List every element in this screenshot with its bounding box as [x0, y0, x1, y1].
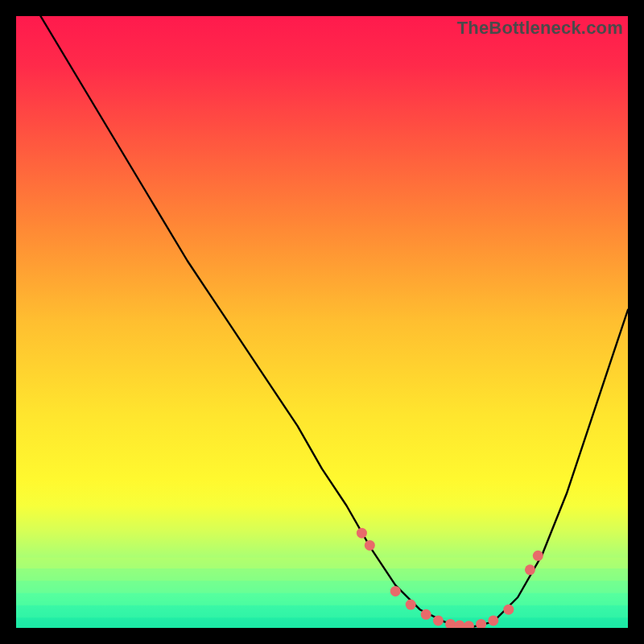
highlight-marker	[421, 609, 431, 620]
highlight-marker	[503, 605, 514, 615]
highlight-marker	[406, 600, 416, 610]
highlight-marker	[533, 551, 543, 561]
gradient-background	[16, 16, 628, 628]
green-band	[16, 570, 628, 581]
highlight-marker	[365, 540, 375, 551]
green-band	[16, 594, 628, 605]
chart-svg	[16, 16, 628, 628]
highlight-marker	[433, 615, 444, 625]
plot-area	[16, 16, 628, 628]
highlight-marker	[390, 586, 401, 597]
green-band	[16, 582, 628, 593]
highlight-marker	[488, 615, 498, 625]
green-band	[16, 619, 628, 628]
green-band	[16, 606, 628, 617]
highlight-marker	[525, 564, 535, 575]
highlight-marker	[357, 528, 367, 539]
chart-frame: TheBottleneck.com	[16, 16, 628, 628]
